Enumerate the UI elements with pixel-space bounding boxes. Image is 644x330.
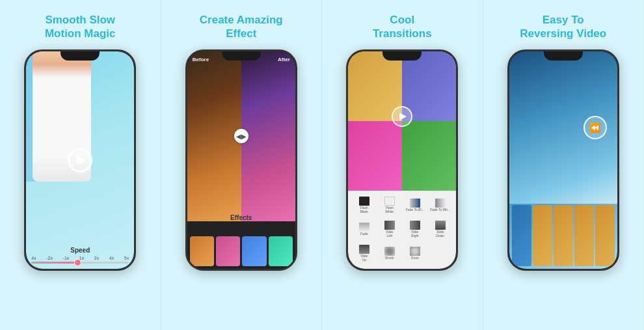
fade-black-icon bbox=[410, 199, 420, 208]
speed-label: Speed bbox=[70, 247, 90, 254]
panel-reversing: Easy ToReversing Video ⏪ bbox=[483, 0, 645, 330]
phone-screen-2: Before After ◀▶ Effects bbox=[187, 51, 295, 269]
speed-thumb[interactable] bbox=[74, 259, 81, 266]
flash-white-icon bbox=[384, 197, 395, 206]
speed-track[interactable] bbox=[31, 262, 129, 264]
slide-right-icon bbox=[410, 221, 420, 230]
trans-slide-down[interactable]: SlideDown bbox=[428, 218, 452, 241]
slow-motion-screen: Speed 4x -2x -1x 1x 2x 4x 5x bbox=[26, 51, 134, 269]
phone-notch-1 bbox=[60, 51, 100, 61]
transitions-screen: FlashBlack FlashWhite Fade To Bl... Fade… bbox=[348, 51, 456, 269]
trans-flash-white[interactable]: FlashWhite bbox=[377, 193, 401, 216]
reverse-button[interactable]: ⏪ bbox=[584, 116, 607, 139]
collage-cell-3 bbox=[348, 121, 402, 191]
effect-thumb-4[interactable] bbox=[269, 236, 293, 266]
shrink-icon-shape bbox=[384, 247, 395, 256]
phone-screen-1: Speed 4x -2x -1x 1x 2x 4x 5x bbox=[26, 51, 134, 269]
snowboarder-area: ⏪ bbox=[509, 51, 617, 204]
trans-slide-left[interactable]: SlideLeft bbox=[377, 218, 401, 241]
speed-bar-area: Speed 4x -2x -1x 1x 2x 4x 5x bbox=[26, 247, 134, 264]
panel-slow-motion: Smooth SlowMotion Magic Speed 4x -2x -1x… bbox=[0, 0, 161, 330]
effect-thumb-3[interactable] bbox=[242, 236, 266, 266]
film-frame-1[interactable] bbox=[512, 205, 531, 266]
slide-left-icon bbox=[384, 221, 395, 230]
play-icon-1 bbox=[77, 155, 86, 165]
trans-fade-black[interactable]: Fade To Bl... bbox=[403, 193, 427, 216]
phone-3: FlashBlack FlashWhite Fade To Bl... Fade… bbox=[346, 49, 458, 271]
fade-icon-shape bbox=[359, 223, 369, 232]
trans-shrink[interactable]: Shrink bbox=[377, 242, 401, 265]
reversing-screen: ⏪ bbox=[509, 51, 617, 269]
play-button-3[interactable] bbox=[392, 106, 412, 127]
film-frame-2[interactable] bbox=[533, 205, 552, 266]
effects-label: Effects bbox=[230, 214, 252, 221]
panel3-title: CoolTransitions bbox=[373, 12, 432, 42]
effect-thumb-2[interactable] bbox=[216, 236, 240, 266]
trans-slide-right[interactable]: SlideRight bbox=[403, 218, 427, 241]
panel1-title: Smooth SlowMotion Magic bbox=[45, 12, 116, 42]
divider-arrow[interactable]: ◀▶ bbox=[234, 129, 248, 143]
effects-screen: Before After ◀▶ Effects bbox=[187, 51, 295, 269]
fade-white-icon bbox=[435, 199, 446, 208]
film-frame-4[interactable] bbox=[574, 205, 594, 266]
effect-thumb-1[interactable] bbox=[190, 236, 214, 266]
phone-2: Before After ◀▶ Effects bbox=[185, 49, 297, 271]
phone-notch-2 bbox=[222, 51, 261, 61]
slide-down-icon bbox=[435, 221, 446, 230]
play-button-1[interactable] bbox=[68, 148, 92, 172]
collage-cell-4 bbox=[402, 121, 456, 191]
speed-fill bbox=[31, 262, 75, 264]
grow-icon-shape bbox=[410, 247, 420, 256]
transitions-icons-grid: FlashBlack FlashWhite Fade To Bl... Fade… bbox=[351, 192, 453, 266]
filmstrip bbox=[512, 205, 615, 266]
after-label: After bbox=[278, 57, 290, 62]
phone-screen-3: FlashBlack FlashWhite Fade To Bl... Fade… bbox=[348, 51, 456, 269]
trans-fade[interactable]: Fade bbox=[352, 218, 376, 241]
play-icon-3 bbox=[399, 113, 407, 120]
panel-transitions: CoolTransitions FlashBlack bbox=[322, 0, 483, 330]
panel-effects: Create AmazingEffect Before After ◀▶ Eff… bbox=[161, 0, 323, 330]
film-frame-3[interactable] bbox=[554, 205, 573, 266]
phone-notch-3 bbox=[382, 51, 422, 61]
before-side bbox=[187, 51, 241, 221]
phone-1: Speed 4x -2x -1x 1x 2x 4x 5x bbox=[24, 49, 136, 271]
flash-black-icon bbox=[359, 197, 369, 206]
trans-fade-white[interactable]: Fade To Wh... bbox=[428, 193, 452, 216]
trans-flash-black[interactable]: FlashBlack bbox=[352, 193, 376, 216]
film-frame-5[interactable] bbox=[595, 205, 615, 266]
slide-up-icon bbox=[359, 245, 369, 254]
panel4-title: Easy ToReversing Video bbox=[520, 12, 606, 42]
trans-grow[interactable]: Grow bbox=[403, 242, 427, 265]
phone-notch-4 bbox=[544, 51, 583, 61]
after-side bbox=[241, 51, 295, 221]
phone-screen-4: ⏪ bbox=[509, 51, 617, 269]
before-after-image: Before After ◀▶ bbox=[187, 51, 295, 221]
trans-slide-up[interactable]: SlideUp bbox=[352, 242, 376, 265]
effects-thumbnails bbox=[190, 236, 293, 266]
before-label: Before bbox=[193, 57, 209, 62]
panel2-title: Create AmazingEffect bbox=[200, 12, 283, 42]
phone-4: ⏪ bbox=[507, 49, 619, 271]
trans-empty bbox=[428, 242, 452, 265]
